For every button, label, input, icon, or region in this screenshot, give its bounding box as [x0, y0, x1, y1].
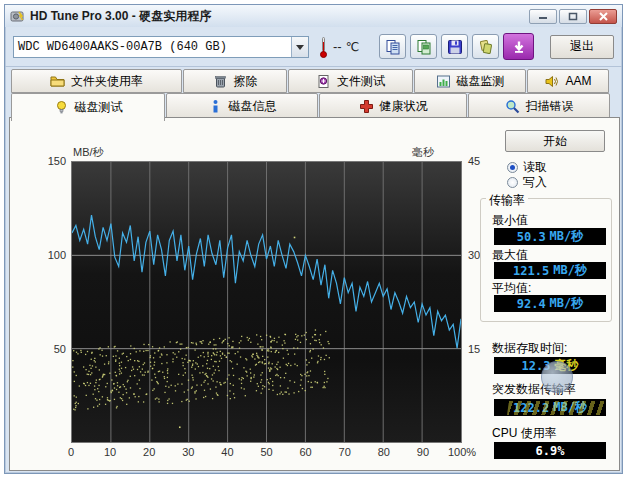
tab-label: 文件夹使用率: [71, 73, 143, 90]
min-value-number: 50.3: [517, 230, 546, 244]
avg-value-display: 92.4 MB/秒: [494, 295, 606, 312]
x-axis-tick: 90: [417, 446, 429, 458]
chevron-down-icon[interactable]: [291, 37, 308, 57]
minimize-button[interactable]: [529, 9, 557, 24]
chart-canvas: [72, 162, 461, 442]
left-axis-tick: 100: [40, 249, 66, 261]
max-value-display: 121.5 MB/秒: [494, 262, 606, 279]
tab-folder-usage[interactable]: 文件夹使用率: [11, 69, 182, 93]
tab-disk-info[interactable]: 磁盘信息: [166, 93, 318, 119]
screenshot-pages-icon: [478, 39, 494, 55]
avg-value-unit: MB/秒: [550, 295, 584, 312]
health-cross-icon: [359, 99, 374, 114]
tab-health[interactable]: 健康状况: [319, 93, 467, 119]
write-radio-label: 写入: [523, 174, 547, 191]
check-updates-button[interactable]: [503, 33, 534, 60]
max-value-number: 121.5: [513, 264, 549, 278]
magnifier-icon: [505, 99, 520, 114]
transfer-rate-group-label: 传输率: [486, 192, 528, 209]
x-axis-tick: 60: [299, 446, 311, 458]
min-value-unit: MB/秒: [550, 228, 584, 245]
exit-button[interactable]: 退出: [550, 35, 614, 59]
x-axis-tick: 50: [260, 446, 272, 458]
tab-label: 文件测试: [337, 73, 385, 90]
tab-label: 健康状况: [380, 98, 428, 115]
toolbar-buttons: 退出: [379, 33, 614, 60]
save-button[interactable]: [441, 34, 468, 59]
file-test-icon: [316, 74, 331, 89]
tab-aam[interactable]: AAM: [527, 69, 609, 93]
tab-strip-top: 文件夹使用率 擦除 文件测试: [11, 69, 610, 93]
bar-chart-icon: [436, 74, 451, 89]
tab-label: 扫描错误: [526, 98, 574, 115]
left-axis-tick: 50: [40, 343, 66, 355]
tab-disk-benchmark[interactable]: 磁盘测试: [11, 93, 165, 121]
write-radio[interactable]: 写入: [507, 174, 547, 191]
toolbar: WDC WD6400AAKS-00A7B (640 GB) -- ℃: [5, 27, 622, 67]
app-window: HD Tune Pro 3.00 - 硬盘实用程序 WDC WD6400AAKS…: [4, 4, 623, 474]
right-axis-unit: 毫秒: [412, 145, 434, 160]
temperature-value: --: [333, 39, 342, 54]
window-title: HD Tune Pro 3.00 - 硬盘实用程序: [30, 8, 211, 25]
cpu-usage-display: 6.9%: [494, 442, 606, 459]
left-axis-tick: 150: [40, 155, 66, 167]
tab-strip-bottom: 磁盘测试 磁盘信息 健康状况 扫描错误: [11, 93, 611, 119]
close-button[interactable]: [589, 9, 617, 24]
x-axis-tick: 20: [143, 446, 155, 458]
tab-erase[interactable]: 擦除: [183, 69, 287, 93]
watermark: [541, 361, 573, 393]
app-icon: [10, 9, 25, 24]
burst-rate-unit: MB/秒: [553, 399, 587, 416]
tab-label: 磁盘监测: [457, 73, 505, 90]
right-axis-tick: 45: [468, 155, 480, 167]
maximize-button[interactable]: [559, 9, 587, 24]
start-button-label: 开始: [543, 133, 567, 150]
copy-pages-green-icon: [416, 39, 432, 55]
exit-button-label: 退出: [570, 38, 594, 55]
temperature-unit: ℃: [346, 40, 359, 54]
cpu-usage-label: CPU 使用率: [492, 425, 557, 442]
x-axis-tick: 70: [339, 446, 351, 458]
copy-pages-blue-icon: [385, 39, 401, 55]
maximize-icon: [568, 12, 578, 21]
close-icon: [599, 12, 608, 21]
access-time-label: 数据存取时间:: [492, 340, 567, 357]
minimize-icon: [538, 12, 548, 20]
window-controls: [529, 9, 617, 24]
tab-label: 擦除: [234, 73, 258, 90]
min-label: 最小值: [492, 212, 528, 229]
screenshot-button[interactable]: [472, 34, 499, 59]
right-axis-tick: 30: [468, 249, 480, 261]
drive-selector[interactable]: WDC WD6400AAKS-00A7B (640 GB): [13, 36, 309, 58]
thermometer-icon: [319, 36, 328, 58]
max-value-unit: MB/秒: [553, 262, 587, 279]
burst-rate-number: 122.2: [513, 401, 549, 415]
right-axis-tick: 15: [468, 343, 480, 355]
min-value-display: 50.3 MB/秒: [494, 228, 606, 245]
folder-icon: [50, 74, 65, 89]
screenshot-frame: HD Tune Pro 3.00 - 硬盘实用程序 WDC WD6400AAKS…: [0, 0, 627, 480]
avg-value-number: 92.4: [517, 297, 546, 311]
lightbulb-icon: [54, 100, 69, 115]
copy-image-button[interactable]: [410, 34, 437, 59]
info-icon: [208, 99, 223, 114]
speaker-icon: [544, 74, 559, 89]
x-axis-tick: 0: [68, 446, 74, 458]
tab-file-benchmark[interactable]: 文件测试: [288, 69, 413, 93]
titlebar: HD Tune Pro 3.00 - 硬盘实用程序: [5, 5, 622, 27]
drive-selector-value: WDC WD6400AAKS-00A7B (640 GB): [14, 40, 291, 54]
copy-text-button[interactable]: [379, 34, 406, 59]
start-button[interactable]: 开始: [505, 130, 605, 152]
benchmark-panel: MB/秒 毫秒 50100150 153045 0102030405060708…: [9, 117, 620, 471]
x-axis-tick: 80: [378, 446, 390, 458]
x-axis-tick: 30: [182, 446, 194, 458]
tab-disk-monitor[interactable]: 磁盘监测: [414, 69, 526, 93]
tab-label: 磁盘测试: [75, 99, 123, 116]
burst-rate-display: 122.2 MB/秒: [494, 399, 606, 416]
cpu-usage-number: 6.9%: [536, 444, 565, 458]
x-axis-tick: 40: [221, 446, 233, 458]
tab-error-scan[interactable]: 扫描错误: [468, 93, 610, 119]
benchmark-chart: [71, 161, 462, 443]
trash-icon: [213, 74, 228, 89]
download-arrow-icon: [512, 40, 526, 54]
